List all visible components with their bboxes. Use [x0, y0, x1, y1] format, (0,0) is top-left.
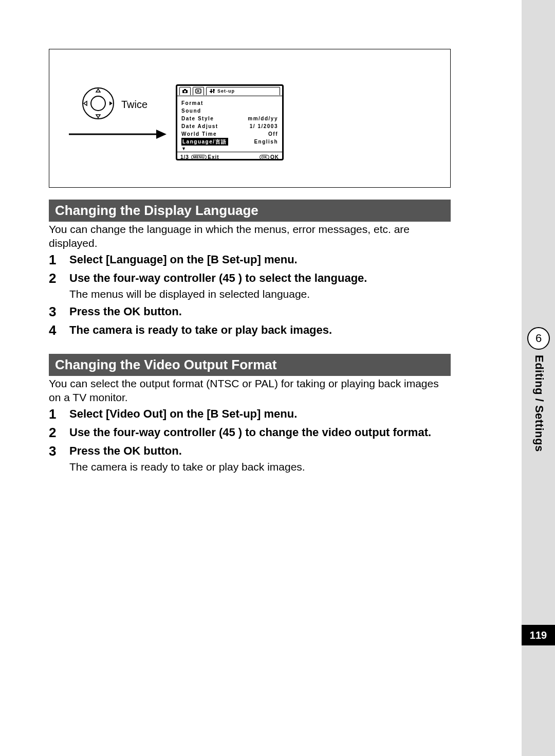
- lcd-footer: 1/3 MENUExit OKOK: [177, 152, 282, 162]
- step-num: 1: [49, 406, 69, 422]
- step-num: 3: [49, 443, 69, 474]
- four-way-controller-icon: [78, 83, 119, 124]
- ok-text: OK: [270, 154, 279, 160]
- svg-marker-12: [197, 90, 200, 92]
- intro-display-language: You can change the language in which the…: [49, 222, 451, 250]
- figure-box: Twice Set-up Format Sound Da: [49, 49, 451, 188]
- setup-label: Set-up: [217, 88, 235, 94]
- step-num: 3: [49, 304, 69, 319]
- down-triangle-icon: ▼: [181, 147, 278, 151]
- step-num: 2: [49, 271, 69, 301]
- step-note: The menus will be displayed in selected …: [69, 287, 451, 301]
- exit-text: Exit: [208, 154, 219, 160]
- arrow-right-icon: [69, 127, 166, 142]
- menu-pill: MENU: [191, 155, 207, 159]
- lcd-language: Language/言語: [181, 138, 228, 146]
- tab-setup: Set-up: [206, 87, 280, 95]
- lcd-date-adjust-val: 1/ 1/2003: [250, 122, 278, 130]
- svg-rect-16: [213, 89, 215, 91]
- step-row: 2 Use the four-way controller (45 ) to c…: [49, 425, 451, 440]
- step-num: 2: [49, 425, 69, 440]
- step-title: Use the four-way controller (45 ) to sel…: [69, 271, 451, 286]
- lcd-date-style-val: mm/dd/yy: [248, 115, 278, 122]
- step-title: The camera is ready to take or play back…: [69, 322, 451, 338]
- side-tab: 6 Editing / Settings 119: [522, 0, 555, 756]
- lcd-format: Format: [181, 99, 203, 107]
- lcd-language-val: English: [254, 138, 278, 146]
- lcd-date-adjust: Date Adjust: [181, 122, 218, 130]
- page-number-box: 119: [522, 625, 555, 645]
- lcd-screen: Set-up Format Sound Date Stylemm/dd/yy D…: [176, 84, 284, 160]
- chapter-number-badge: 6: [527, 327, 550, 350]
- svg-point-1: [91, 96, 105, 111]
- steps-video-output: 1 Select [Video Out] on the [B Set-up] m…: [49, 406, 451, 477]
- lcd-foot-right: OKOK: [260, 154, 280, 160]
- steps-display-language: 1 Select [Language] on the [B Set-up] me…: [49, 252, 451, 341]
- lcd-page-indicator: 1/3: [180, 154, 189, 160]
- heading-display-language: Changing the Display Language: [49, 200, 451, 222]
- step-row: 1 Select [Video Out] on the [B Set-up] m…: [49, 406, 451, 422]
- lcd-sound: Sound: [181, 107, 201, 115]
- step-row: 3 Press the OK button. The camera is rea…: [49, 443, 451, 474]
- lcd-foot-left: 1/3 MENUExit: [180, 154, 219, 160]
- lcd-body: Format Sound Date Stylemm/dd/yy Date Adj…: [177, 96, 282, 152]
- twice-label: Twice: [121, 99, 147, 111]
- step-title: Press the OK button.: [69, 304, 451, 319]
- tools-icon: [209, 88, 216, 94]
- lcd-date-style: Date Style: [181, 115, 214, 122]
- step-num: 1: [49, 252, 69, 267]
- step-title: Select [Language] on the [B Set-up] menu…: [69, 252, 451, 267]
- step-row: 2 Use the four-way controller (45 ) to s…: [49, 271, 451, 301]
- step-row: 1 Select [Language] on the [B Set-up] me…: [49, 252, 451, 267]
- lcd-world-time-val: Off: [268, 130, 278, 138]
- step-row: 3 Press the OK button.: [49, 304, 451, 319]
- step-title: Select [Video Out] on the [B Set-up] men…: [69, 406, 451, 422]
- step-title: Press the OK button.: [69, 443, 451, 459]
- step-row: 4 The camera is ready to take or play ba…: [49, 322, 451, 338]
- chapter-title: Editing / Settings: [532, 355, 546, 452]
- svg-point-10: [184, 91, 186, 93]
- step-title: Use the four-way controller (45 ) to cha…: [69, 425, 451, 440]
- ok-pill: OK: [260, 155, 270, 159]
- heading-video-output: Changing the Video Output Format: [49, 354, 451, 376]
- page-number: 119: [530, 629, 547, 641]
- step-num: 4: [49, 322, 69, 338]
- svg-rect-9: [184, 89, 186, 91]
- intro-video-output: You can select the output format (NTSC o…: [49, 376, 451, 404]
- tab-camera-icon: [179, 87, 191, 95]
- lcd-world-time: World Time: [181, 130, 217, 138]
- svg-rect-14: [210, 91, 213, 92]
- tab-play-icon: [193, 87, 204, 95]
- svg-marker-7: [156, 130, 166, 139]
- lcd-tab-row: Set-up: [177, 86, 282, 96]
- chapter-number: 6: [535, 332, 542, 345]
- step-note: The camera is ready to take or play back…: [69, 460, 451, 474]
